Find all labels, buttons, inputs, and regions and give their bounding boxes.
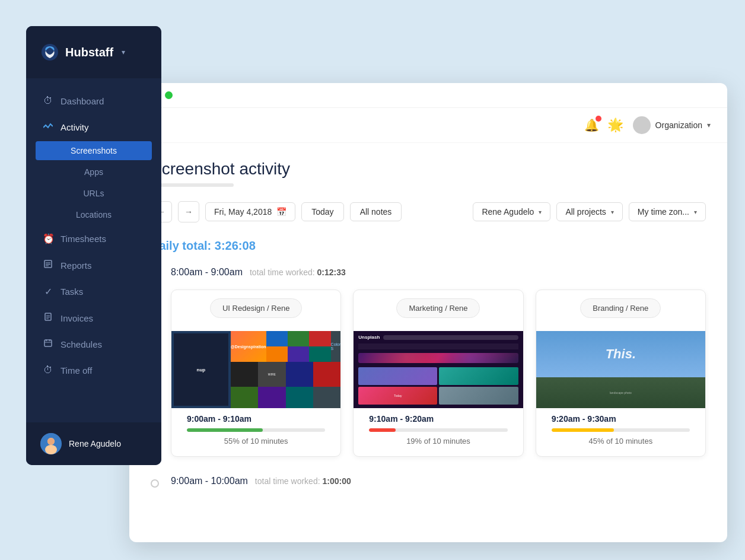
- notes-button[interactable]: All notes: [350, 202, 402, 221]
- card-percentage: 19% of 10 minutes: [361, 434, 515, 454]
- window-header: 🔔 🌟 Organization ▾: [129, 108, 727, 143]
- sidebar-item-label: Screenshots: [71, 146, 117, 155]
- cards-grid: UI Redesign / Rene nup: [171, 289, 706, 457]
- timeline-row-1: 8:00am - 9:00am total time worked: 0:12:…: [151, 267, 706, 457]
- app-title-arrow[interactable]: ▾: [122, 48, 125, 56]
- card-project-label: Branding / Rene: [580, 298, 661, 318]
- calendar-icon: 📅: [276, 207, 286, 217]
- sidebar-item-reports[interactable]: Reports: [26, 252, 161, 278]
- window-maximize-btn[interactable]: [165, 91, 173, 99]
- time-worked-label: total time worked: 0:12:33: [250, 268, 346, 277]
- sidebar-item-screenshots[interactable]: Screenshots: [36, 141, 152, 160]
- today-button[interactable]: Today: [301, 202, 343, 221]
- timesheets-icon: ⏰: [43, 233, 53, 244]
- window-titlebar: [129, 83, 727, 108]
- sidebar-item-timesheets[interactable]: ⏰ Timesheets: [26, 225, 161, 252]
- timeline-content: 8:00am - 9:00am total time worked: 0:12:…: [171, 267, 706, 457]
- sidebar: Hubstaff ▾ ⏱ Dashboard Activity Screensh…: [26, 26, 161, 465]
- sidebar-item-label: Timesheets: [61, 234, 106, 244]
- sidebar-item-label: Tasks: [61, 287, 83, 297]
- card-bar-bg: [369, 428, 507, 432]
- card-bar-bg: [187, 428, 325, 432]
- card-label-wrap: Branding / Rene: [536, 290, 705, 331]
- card-label-wrap: Marketing / Rene: [354, 290, 523, 331]
- tasks-icon: ✓: [43, 286, 53, 297]
- hubstaff-logo-icon: [40, 43, 59, 62]
- sidebar-item-invoices[interactable]: Invoices: [26, 305, 161, 331]
- sidebar-item-timeoff[interactable]: ⏱ Time off: [26, 357, 161, 383]
- avatar: [40, 433, 62, 454]
- screenshot-card-3[interactable]: Branding / Rene This. landscape photo: [536, 289, 706, 457]
- timezone-filter[interactable]: My time zon... ▾: [629, 202, 706, 221]
- timeoff-icon: ⏱: [43, 365, 53, 376]
- page-title: Screenshot activity: [151, 160, 706, 179]
- time-worked-label-2: total time worked: 1:00:00: [255, 476, 351, 486]
- member-filter[interactable]: Rene Agudelo ▾: [473, 202, 550, 221]
- org-dropdown-arrow: ▾: [707, 121, 711, 129]
- svg-rect-9: [44, 340, 52, 346]
- svg-point-15: [45, 445, 57, 454]
- theme-toggle-button[interactable]: 🌟: [607, 117, 623, 133]
- date-value: Fri, May 4,2018: [214, 207, 272, 217]
- projects-filter[interactable]: All projects ▾: [556, 202, 622, 221]
- card-bar-section: [361, 426, 515, 434]
- timezone-filter-label: My time zon...: [638, 207, 689, 217]
- card-bar-fill: [552, 428, 614, 432]
- sidebar-nav: ⏱ Dashboard Activity Screenshots Apps UR…: [26, 78, 161, 393]
- sidebar-item-label: Activity: [61, 122, 89, 132]
- main-window: 🔔 🌟 Organization ▾ Screenshot activity ←…: [129, 83, 727, 542]
- schedules-icon: [43, 339, 53, 349]
- projects-filter-arrow: ▾: [611, 209, 614, 215]
- sidebar-item-label: Time off: [61, 365, 92, 376]
- activity-icon: [43, 122, 53, 132]
- org-avatar: [633, 116, 651, 134]
- card-bar-bg: [552, 428, 690, 432]
- sidebar-item-tasks[interactable]: ✓ Tasks: [26, 278, 161, 305]
- sidebar-user[interactable]: Rene Agudelo: [26, 422, 161, 465]
- screenshot-card-2[interactable]: Marketing / Rene Unsplash: [353, 289, 523, 457]
- sidebar-item-label: Apps: [84, 167, 103, 177]
- card-project-label: Marketing / Rene: [396, 298, 480, 318]
- card-time-range: 9:10am - 9:20am: [361, 408, 515, 426]
- time-range-label: 8:00am - 9:00am: [171, 267, 243, 278]
- sidebar-item-apps[interactable]: Apps: [26, 161, 161, 183]
- content-area: Screenshot activity ← → Fri, May 4,2018 …: [129, 143, 727, 542]
- page-loading-bar: [151, 183, 234, 187]
- sidebar-item-label: URLs: [83, 189, 104, 198]
- sidebar-item-locations[interactable]: Locations: [26, 204, 161, 225]
- time-worked-value: 0:12:33: [317, 268, 346, 277]
- card-bar-fill: [187, 428, 263, 432]
- notifications-button[interactable]: 🔔: [584, 118, 599, 132]
- header-icons: 🔔 🌟: [584, 117, 623, 133]
- card-time-range: 9:00am - 9:10am: [179, 408, 333, 426]
- org-selector[interactable]: Organization ▾: [633, 116, 711, 134]
- reports-icon: [43, 260, 53, 271]
- member-filter-arrow: ▾: [539, 209, 542, 215]
- member-filter-label: Rene Agudelo: [482, 207, 534, 217]
- time-worked-value-2: 1:00:00: [322, 476, 351, 486]
- time-range-label-2: 9:00am - 10:00am: [171, 476, 248, 486]
- card-bar-section: [179, 426, 333, 434]
- timeline-row-2: 9:00am - 10:00am total time worked: 1:00…: [151, 476, 706, 489]
- sidebar-header: Hubstaff ▾: [26, 26, 161, 78]
- next-date-button[interactable]: →: [178, 201, 199, 222]
- app-title: Hubstaff: [65, 46, 113, 59]
- screenshot-image-1: nup @Designspiration: [171, 331, 340, 408]
- dashboard-icon: ⏱: [43, 96, 53, 106]
- sidebar-item-schedules[interactable]: Schedules: [26, 331, 161, 357]
- sidebar-item-label: Dashboard: [61, 96, 104, 106]
- screenshot-card-1[interactable]: UI Redesign / Rene nup: [171, 289, 341, 457]
- timeline-content-2: 9:00am - 10:00am total time worked: 1:00…: [171, 476, 706, 489]
- invoices-icon: [43, 313, 53, 323]
- sidebar-item-activity[interactable]: Activity: [26, 114, 161, 140]
- sidebar-item-label: Locations: [76, 210, 112, 219]
- daily-total-value: 3:26:08: [215, 239, 256, 252]
- daily-total: Daily total: 3:26:08: [151, 239, 706, 253]
- sidebar-item-urls[interactable]: URLs: [26, 183, 161, 204]
- date-picker[interactable]: Fri, May 4,2018 📅: [205, 202, 295, 221]
- notification-badge: [596, 116, 601, 122]
- screenshot-image-2: Unsplash: [354, 331, 523, 408]
- sidebar-item-dashboard[interactable]: ⏱ Dashboard: [26, 88, 161, 114]
- svg-point-16: [47, 438, 55, 445]
- sidebar-item-label: Invoices: [61, 313, 93, 323]
